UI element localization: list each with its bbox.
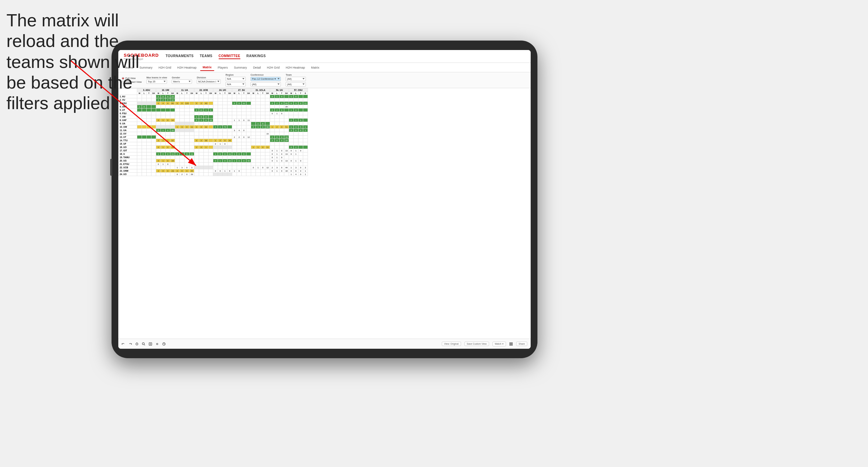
table-row: 17. GIT 01013 010 bbox=[119, 149, 308, 152]
watch-button[interactable]: Watch ▾ bbox=[492, 342, 506, 346]
table-row: 15. UF 010 bbox=[119, 142, 308, 146]
tab-players-summary[interactable]: Summary bbox=[231, 65, 250, 71]
team-select-2[interactable]: (All) bbox=[286, 82, 306, 87]
redo-button[interactable] bbox=[128, 342, 132, 346]
tab-h2h-heatmap[interactable]: H2H Heatmap bbox=[175, 65, 199, 71]
table-row: 9. UA 10 bbox=[119, 122, 308, 125]
tablet-device: SCOREBOARD Powered by clippd TOURNAMENTS… bbox=[112, 41, 537, 358]
table-row: 14. TTU 21122 0236 12026 20029 bbox=[119, 139, 308, 142]
team-filter: Team (All) (All) bbox=[286, 74, 306, 87]
col-group-osu: 57. OSU bbox=[289, 89, 308, 92]
table-row: 16. UO 210-14 201 11011 02 bbox=[119, 146, 308, 149]
svg-point-3 bbox=[142, 343, 144, 345]
col-group-ua: 11. UA bbox=[175, 89, 194, 92]
view-original-button[interactable]: View: Original bbox=[442, 342, 461, 346]
svg-point-8 bbox=[156, 343, 158, 345]
annotation-text: The matrix will reload and the teams sho… bbox=[6, 10, 148, 114]
gender-select[interactable]: Men's bbox=[172, 79, 192, 84]
share-button[interactable]: Share bbox=[516, 342, 527, 346]
svg-point-2 bbox=[136, 343, 138, 345]
undo-button[interactable] bbox=[122, 342, 125, 346]
max-teams-select[interactable]: Top 25 bbox=[146, 79, 167, 84]
table-row: 21. ETSU 010 bbox=[119, 163, 308, 166]
settings-button[interactable] bbox=[155, 342, 159, 346]
tab-players-h2h-heatmap[interactable]: H2H Heatmap bbox=[283, 65, 308, 71]
table-row: 11. UA 01010 340 3001 bbox=[119, 129, 308, 132]
sub-nav: Teams Summary H2H Grid H2H Heatmap Matri… bbox=[118, 63, 531, 72]
region-filter: Region N/A N/A bbox=[225, 74, 246, 87]
col-group-ucb: 22. UCB bbox=[194, 89, 213, 92]
tab-players-h2h-grid[interactable]: H2H Grid bbox=[264, 65, 283, 71]
table-row: 8. UAF 01014 01015 11011 010 bbox=[119, 119, 308, 122]
table-row: 24. UO 02029 1401 bbox=[119, 173, 308, 176]
table-row: 23. UNM 200-21 20025 0010 10 01018 0601 bbox=[119, 169, 308, 173]
svg-rect-15 bbox=[511, 344, 512, 345]
table-row: 18. U 10011 11011 10011 100 01013 01 bbox=[119, 152, 308, 156]
tablet-screen: SCOREBOARD Powered by clippd TOURNAMENTS… bbox=[118, 50, 531, 349]
table-row: 7. UM 100 bbox=[119, 115, 308, 119]
tab-detail[interactable]: Detail bbox=[250, 65, 264, 71]
table-row: 13. UT 22012 20019 bbox=[119, 136, 308, 139]
nav-teams[interactable]: TEAMS bbox=[200, 53, 213, 59]
tab-matrix[interactable]: Matrix bbox=[200, 64, 215, 71]
table-row: 22. UCB 1303 01012 23044 1303 bbox=[119, 166, 308, 169]
nav-tournaments[interactable]: TOURNAMENTS bbox=[166, 53, 194, 59]
table-row: 12. UV 15 bbox=[119, 132, 308, 136]
division-filter: Division NCAA Division I bbox=[197, 76, 221, 84]
conference-select-2[interactable]: (All) bbox=[250, 82, 281, 87]
col-group-uu: 54. UU bbox=[270, 89, 289, 92]
tab-h2h-grid[interactable]: H2H Grid bbox=[156, 65, 174, 71]
table-row: 20. UG 010-34 01022 10040 01013 010 bbox=[119, 159, 308, 163]
filter-bar: Full View Compact View Max teams in view… bbox=[118, 72, 531, 88]
conference-filter: Conference Pac-12 Conference ▾ (All) bbox=[250, 74, 281, 87]
team-select-1[interactable]: (All) bbox=[286, 77, 306, 81]
region-select-2[interactable]: N/A bbox=[225, 82, 246, 87]
toolbar: View: Original Save Custom View Watch ▾ … bbox=[118, 339, 531, 349]
table-row: 19. TAMU 010 bbox=[119, 156, 308, 159]
nav-rankings[interactable]: RANKINGS bbox=[246, 53, 266, 59]
save-custom-button[interactable]: Save Custom View bbox=[464, 342, 489, 346]
svg-rect-13 bbox=[511, 343, 512, 344]
tab-players-matrix[interactable]: Matrix bbox=[308, 65, 322, 71]
timer-button[interactable] bbox=[162, 342, 166, 346]
grid-button[interactable] bbox=[509, 342, 513, 346]
refresh-button[interactable] bbox=[135, 342, 139, 346]
gender-filter: Gender Men's bbox=[172, 76, 192, 84]
matrix-area[interactable]: 3. ASU 10. UW 11. UA 22. UCB 24. UO 27. … bbox=[118, 88, 531, 339]
max-teams-filter: Max teams in view Top 25 bbox=[146, 76, 167, 84]
col-group-uw: 10. UW bbox=[156, 89, 175, 92]
main-nav: TOURNAMENTS TEAMS COMMITTEE RANKINGS bbox=[166, 53, 266, 59]
zoom-button[interactable] bbox=[149, 342, 152, 346]
conference-select[interactable]: Pac-12 Conference ▾ bbox=[250, 77, 281, 81]
region-select-1[interactable]: N/A bbox=[225, 77, 246, 81]
tablet-side-button bbox=[110, 159, 112, 176]
svg-rect-12 bbox=[510, 343, 511, 344]
tab-players[interactable]: Players bbox=[215, 65, 231, 71]
nav-committee[interactable]: COMMITTEE bbox=[219, 53, 241, 59]
col-group-ucla: 31. UCLA bbox=[251, 89, 270, 92]
svg-line-11 bbox=[164, 344, 165, 344]
col-group-uo: 24. UO bbox=[213, 89, 232, 92]
search-button[interactable] bbox=[142, 342, 145, 346]
table-row: 10. UW 13011 3032 4173 21066 12051 1451 bbox=[119, 125, 308, 129]
svg-line-4 bbox=[144, 344, 145, 345]
nav-bar: SCOREBOARD Powered by clippd TOURNAMENTS… bbox=[118, 50, 531, 63]
col-group-su: 27. SU bbox=[232, 89, 251, 92]
svg-rect-14 bbox=[510, 344, 511, 345]
division-select[interactable]: NCAA Division I bbox=[197, 79, 221, 84]
